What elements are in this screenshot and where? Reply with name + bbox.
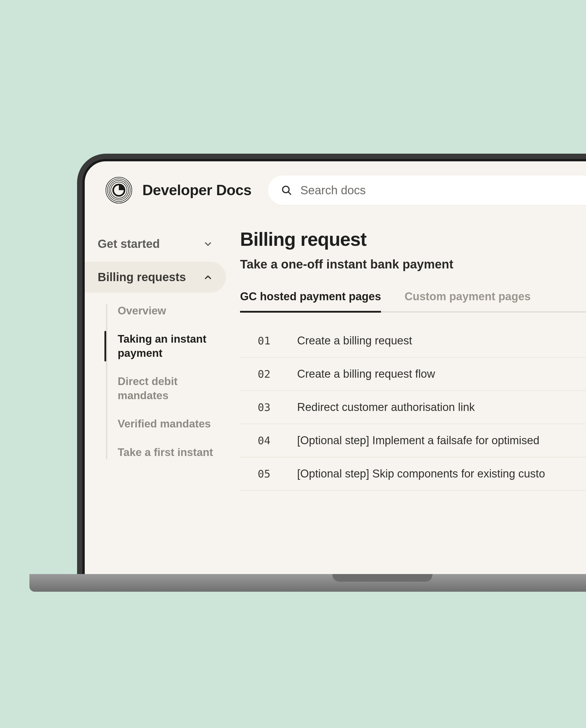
search-input[interactable]	[300, 184, 586, 197]
sidebar-item-billing-requests[interactable]: Billing requests	[85, 262, 226, 293]
tab-gc-hosted[interactable]: GC hosted payment pages	[240, 290, 381, 311]
sidebar-subnav: Overview Taking an instant payment Direc…	[106, 304, 226, 459]
page-subtitle: Take a one-off instant bank payment	[240, 257, 586, 271]
sidebar: Get started Billing requests Overview Ta…	[85, 228, 238, 491]
subnav-direct-debit-mandates[interactable]: Direct debit mandates	[118, 374, 226, 403]
sidebar-item-label: Billing requests	[98, 271, 186, 284]
step-label: Create a billing request flow	[297, 368, 435, 380]
tabs: GC hosted payment pages Custom payment p…	[240, 290, 586, 312]
main-content: Billing request Take a one-off instant b…	[238, 228, 586, 491]
body: Get started Billing requests Overview Ta…	[85, 217, 586, 491]
step-number: 01	[258, 335, 278, 347]
tab-custom-pages[interactable]: Custom payment pages	[404, 290, 531, 311]
step-row[interactable]: 01 Create a billing request	[240, 324, 586, 358]
sidebar-item-label: Get started	[98, 237, 160, 251]
step-number: 05	[258, 468, 278, 480]
sidebar-item-get-started[interactable]: Get started	[85, 228, 226, 259]
step-row[interactable]: 02 Create a billing request flow	[240, 358, 586, 391]
header: Developer Docs	[85, 161, 586, 217]
step-label: Create a billing request	[297, 334, 412, 347]
search-box[interactable]	[268, 175, 586, 205]
brand-logo-icon	[105, 177, 132, 204]
brand-title: Developer Docs	[142, 182, 251, 199]
subnav-verified-mandates[interactable]: Verified mandates	[118, 417, 226, 431]
step-row[interactable]: 05 [Optional step] Skip components for e…	[240, 457, 586, 491]
step-number: 03	[258, 401, 278, 413]
svg-line-6	[288, 192, 291, 194]
step-number: 02	[258, 368, 278, 380]
search-icon	[281, 184, 292, 196]
chevron-up-icon	[203, 272, 213, 282]
laptop-screen: Developer Docs Get started	[82, 159, 586, 586]
subnav-take-first-instant[interactable]: Take a first instant	[118, 445, 226, 459]
step-label: [Optional step] Implement a failsafe for…	[297, 434, 539, 447]
step-number: 04	[258, 434, 278, 447]
step-label: Redirect customer authorisation link	[297, 401, 475, 413]
laptop-base	[29, 574, 586, 592]
step-row[interactable]: 03 Redirect customer authorisation link	[240, 391, 586, 424]
subnav-taking-instant-payment[interactable]: Taking an instant payment	[118, 332, 226, 360]
steps-list: 01 Create a billing request 02 Create a …	[240, 324, 586, 491]
chevron-down-icon	[203, 239, 213, 249]
step-label: [Optional step] Skip components for exis…	[297, 468, 545, 480]
brand[interactable]: Developer Docs	[105, 177, 251, 204]
page-title: Billing request	[240, 228, 586, 250]
subnav-overview[interactable]: Overview	[118, 304, 226, 318]
step-row[interactable]: 04 [Optional step] Implement a failsafe …	[240, 424, 586, 457]
stage: Developer Docs Get started	[0, 0, 586, 728]
